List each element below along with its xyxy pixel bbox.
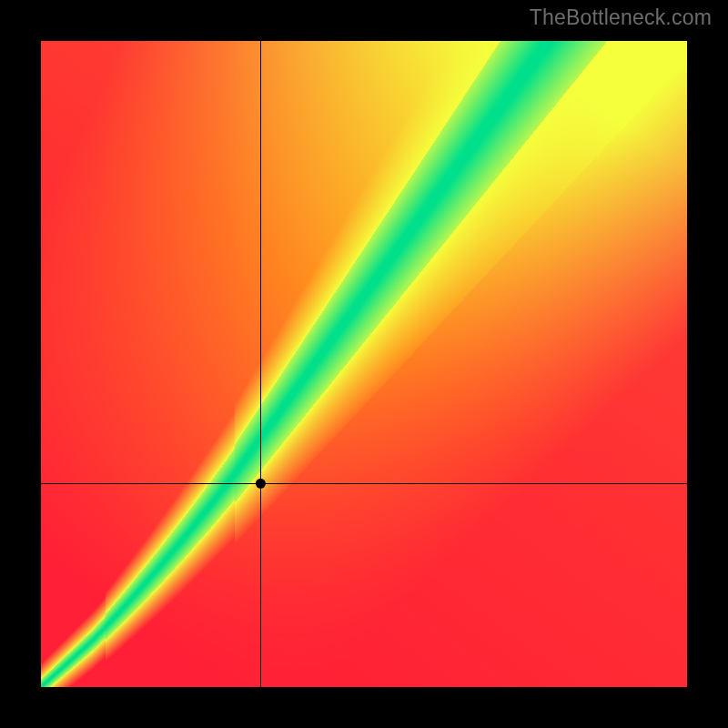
watermark-label: TheBottleneck.com [530,5,712,30]
heatmap-canvas [41,41,687,687]
heatmap-plot [41,41,687,687]
chart-container: TheBottleneck.com [0,0,728,728]
